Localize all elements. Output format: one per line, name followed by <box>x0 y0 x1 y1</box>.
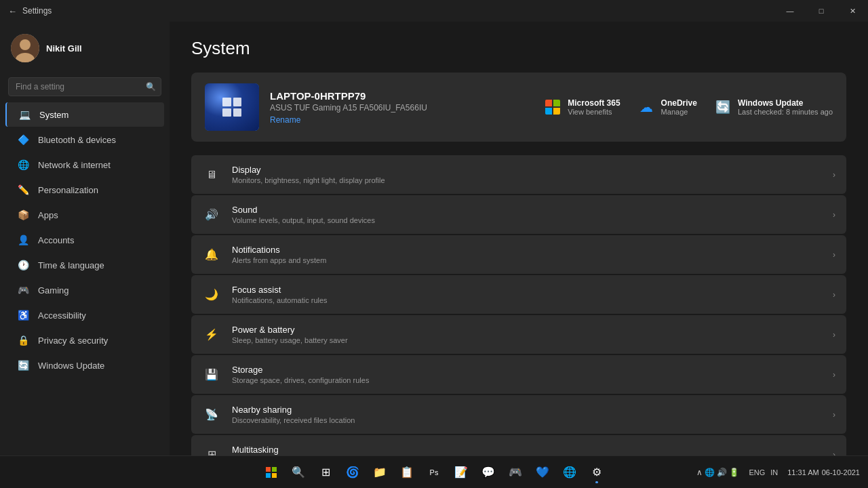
device-info: LAPTOP-0HRTPP79 ASUS TUF Gaming A15 FA50… <box>270 90 543 125</box>
discord-icon: 🎮 <box>509 466 522 479</box>
onedrive-icon: ☁ <box>637 98 656 117</box>
focus-icon: 🌙 <box>202 285 221 304</box>
device-image <box>205 83 259 131</box>
taskbar-tray-icons[interactable]: ∧ 🌐 🔊 🔋 <box>694 466 742 479</box>
sidebar-item-system[interactable]: 💻 System <box>5 102 164 127</box>
network-label: Network & internet <box>38 160 111 170</box>
svg-point-1 <box>20 39 31 50</box>
setting-item-multitasking[interactable]: ⊞ Multitasking Snap windows, desktops, t… <box>191 435 846 455</box>
power-icon: ⚡ <box>202 325 221 344</box>
time-label: Time & language <box>38 260 104 270</box>
taskbar-notes[interactable]: 📝 <box>449 460 473 485</box>
taskbar-clock[interactable]: 11:31 AM 06-10-2021 <box>785 467 863 478</box>
taskbar-search[interactable]: 🔍 <box>286 460 311 485</box>
time-icon: 🕐 <box>16 258 30 272</box>
clock-date: 06-10-2021 <box>822 468 860 476</box>
title-bar-text: Settings <box>22 6 52 16</box>
taskbar: 🔍⊞🌀📁📋Ps📝💬🎮💙🌐⚙ ∧ 🌐 🔊 🔋 ENG IN 11:31 AM 06… <box>0 455 868 488</box>
nearby-icon: 📡 <box>202 405 221 424</box>
sidebar: Nikit Gill 🔍 💻 System 🔷 Bluetooth & devi… <box>0 22 170 455</box>
search-box: 🔍 <box>8 77 161 96</box>
taskbar-taskview[interactable]: ⊞ <box>313 460 338 485</box>
nearby-title: Nearby sharing <box>232 405 833 415</box>
minimize-button[interactable]: — <box>774 0 806 22</box>
winupdate-link[interactable]: 🔄 Windows Update Last checked: 8 minutes… <box>713 98 833 117</box>
main-content: System LAPTOP-0HRTPP79 ASUS TUF Gaming A… <box>170 22 868 455</box>
taskbar-browser2[interactable]: 🌐 <box>557 460 582 485</box>
ms365-link[interactable]: Microsoft 365 View benefits <box>543 98 620 117</box>
maximize-button[interactable]: □ <box>806 0 837 22</box>
sidebar-item-accounts[interactable]: 👤 Accounts <box>5 228 164 252</box>
sidebar-item-privacy[interactable]: 🔒 Privacy & security <box>5 328 164 352</box>
title-bar: ← Settings — □ ✕ <box>0 0 868 22</box>
settings-icon: ⚙ <box>592 466 601 479</box>
setting-item-nearby[interactable]: 📡 Nearby sharing Discoverability, receiv… <box>191 395 846 434</box>
accounts-label: Accounts <box>38 235 74 245</box>
system-label: System <box>39 110 68 120</box>
taskbar-settings[interactable]: ⚙ <box>585 460 609 485</box>
sound-subtitle: Volume levels, output, input, sound devi… <box>232 216 833 224</box>
sound-title: Sound <box>232 205 833 215</box>
sidebar-item-update[interactable]: 🔄 Windows Update <box>5 353 164 378</box>
notes-icon: 📝 <box>454 466 468 479</box>
ms365-subtitle: View benefits <box>568 108 620 116</box>
taskbar-photoshop[interactable]: Ps <box>422 460 446 485</box>
focus-title: Focus assist <box>232 285 833 295</box>
setting-item-notifications[interactable]: 🔔 Notifications Alerts from apps and sys… <box>191 235 846 274</box>
apps-icon: 📦 <box>16 208 30 222</box>
taskbar-vscode[interactable]: 💙 <box>530 460 555 485</box>
back-button[interactable]: ← <box>8 6 17 16</box>
volume-icon: 🔊 <box>717 468 727 477</box>
sidebar-profile[interactable]: Nikit Gill <box>0 27 170 69</box>
update-icon: 🔄 <box>16 359 30 372</box>
taskbar-discord[interactable]: 🎮 <box>503 460 528 485</box>
setting-item-focus[interactable]: 🌙 Focus assist Notifications, automatic … <box>191 275 846 314</box>
setting-item-sound[interactable]: 🔊 Sound Volume levels, output, input, so… <box>191 195 846 234</box>
tray-up-icon: ∧ <box>696 468 703 477</box>
todo-icon: 📋 <box>400 466 414 479</box>
sidebar-item-bluetooth[interactable]: 🔷 Bluetooth & devices <box>5 127 164 152</box>
network-icon: 🌐 <box>705 468 715 477</box>
setting-item-storage[interactable]: 💾 Storage Storage space, drives, configu… <box>191 355 846 394</box>
search-input[interactable] <box>8 77 161 96</box>
settings-list: 🖥 Display Monitors, brightness, night li… <box>191 155 846 455</box>
setting-item-power[interactable]: ⚡ Power & battery Sleep, battery usage, … <box>191 315 846 354</box>
close-button[interactable]: ✕ <box>837 0 868 22</box>
power-chevron: › <box>833 330 835 340</box>
network-icon: 🌐 <box>16 158 30 171</box>
sidebar-item-gaming[interactable]: 🎮 Gaming <box>5 278 164 302</box>
ms365-title: Microsoft 365 <box>568 98 620 108</box>
gaming-icon: 🎮 <box>16 283 30 297</box>
setting-item-display[interactable]: 🖥 Display Monitors, brightness, night li… <box>191 155 846 194</box>
vscode-icon: 💙 <box>536 466 549 479</box>
onedrive-link[interactable]: ☁ OneDrive Manage <box>637 98 697 117</box>
system-icon: 💻 <box>18 108 31 121</box>
bluetooth-icon: 🔷 <box>16 133 30 146</box>
page-title: System <box>191 38 846 59</box>
notifications-icon: 🔔 <box>202 245 221 264</box>
ms365-icon <box>543 98 562 117</box>
sidebar-item-accessibility[interactable]: ♿ Accessibility <box>5 303 164 327</box>
sidebar-item-time[interactable]: 🕐 Time & language <box>5 253 164 277</box>
sidebar-item-personalization[interactable]: ✏️ Personalization <box>5 178 164 202</box>
multitasking-title: Multitasking <box>232 445 833 455</box>
sidebar-item-apps[interactable]: 📦 Apps <box>5 203 164 227</box>
taskbar-todo[interactable]: 📋 <box>395 460 419 485</box>
taskbar-edge[interactable]: 🌀 <box>340 460 365 485</box>
accessibility-label: Accessibility <box>38 310 86 321</box>
taskbar-windows[interactable] <box>259 460 283 485</box>
taskbar-whatsapp[interactable]: 💬 <box>476 460 500 485</box>
profile-name: Nikit Gill <box>46 43 82 54</box>
sidebar-item-network[interactable]: 🌐 Network & internet <box>5 152 164 177</box>
taskbar-explorer[interactable]: 📁 <box>368 460 392 485</box>
device-model: ASUS TUF Gaming A15 FA506IU_FA566IU <box>270 103 543 113</box>
winupdate-icon: 🔄 <box>713 98 732 117</box>
focus-subtitle: Notifications, automatic rules <box>232 296 833 304</box>
taskbar-language[interactable]: ENG IN <box>746 467 781 478</box>
explorer-icon: 📁 <box>373 466 387 479</box>
onedrive-title: OneDrive <box>661 98 697 108</box>
accessibility-icon: ♿ <box>16 308 30 322</box>
device-rename[interactable]: Rename <box>270 115 543 125</box>
multitasking-icon: ⊞ <box>202 445 221 456</box>
taskbar-right: ∧ 🌐 🔊 🔋 ENG IN 11:31 AM 06-10-2021 <box>694 466 863 479</box>
